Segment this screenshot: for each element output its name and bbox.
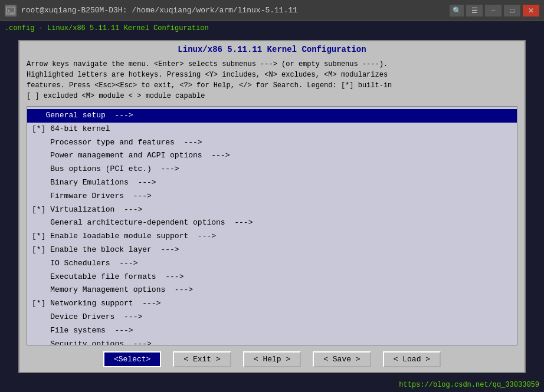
- menu-item-8[interactable]: General architecture-dependent options -…: [27, 216, 517, 230]
- action-btn-1[interactable]: < Exit >: [173, 351, 231, 367]
- minimize-button[interactable]: –: [485, 5, 502, 17]
- menu-item-12[interactable]: Executable file formats --->: [27, 271, 517, 284]
- close-button[interactable]: ✕: [523, 5, 539, 17]
- menu-item-5[interactable]: Binary Emulations --->: [27, 176, 517, 190]
- menu-item-0[interactable]: General setup --->: [27, 109, 517, 123]
- action-btn-4[interactable]: < Load >: [383, 351, 441, 367]
- statusbar: https://blog.csdn.net/qq_33033059: [0, 378, 544, 392]
- titlebar-left: root@xuqiang-B250M-D3H: /home/xuqiang/wo…: [5, 5, 297, 17]
- terminal-icon: [5, 5, 17, 17]
- titlebar-controls: 🔍 ☰ – □ ✕: [450, 5, 539, 17]
- menu-item-15[interactable]: Device Drivers --->: [27, 311, 517, 324]
- maximize-button[interactable]: □: [504, 5, 520, 17]
- menu-item-4[interactable]: Bus options (PCI etc.) --->: [27, 163, 517, 176]
- menu-item-6[interactable]: Firmware Drivers --->: [27, 190, 517, 203]
- menu-item-9[interactable]: [*] Enable loadable module support --->: [27, 230, 517, 243]
- main-container: Linux/x86 5.11.11 Kernel Configuration A…: [0, 35, 544, 378]
- menu-item-13[interactable]: Memory Management options --->: [27, 284, 517, 297]
- menu-item-14[interactable]: [*] Networking support --->: [27, 297, 517, 311]
- config-window: Linux/x86 5.11.11 Kernel Configuration A…: [18, 40, 526, 373]
- statusbar-url: https://blog.csdn.net/qq_33033059: [399, 381, 539, 389]
- menu-item-2[interactable]: Processor type and features --->: [27, 136, 517, 150]
- action-btn-3[interactable]: < Save >: [313, 351, 371, 367]
- menu-item-3[interactable]: Power management and ACPI options --->: [27, 149, 517, 163]
- subtitlebar: .config - Linux/x86 5.11.11 Kernel Confi…: [0, 21, 544, 35]
- config-help: Arrow keys navigate the menu. <Enter> se…: [19, 57, 525, 106]
- subtitle-text: .config - Linux/x86 5.11.11 Kernel Confi…: [5, 24, 209, 32]
- menu-area[interactable]: General setup --->[*] 64-bit kernel Proc…: [27, 106, 517, 345]
- menu-item-1[interactable]: [*] 64-bit kernel: [27, 123, 517, 136]
- menu-item-7[interactable]: [*] Virtualization --->: [27, 203, 517, 217]
- menu-item-16[interactable]: File systems --->: [27, 324, 517, 338]
- help-line-1: Arrow keys navigate the menu. <Enter> se…: [27, 59, 517, 70]
- search-button[interactable]: 🔍: [450, 5, 464, 17]
- menu-item-10[interactable]: [*] Enable the block layer --->: [27, 243, 517, 257]
- help-line-4: [ ] excluded <M> module < > module capab…: [27, 91, 517, 101]
- action-btn-2[interactable]: < Help >: [243, 351, 301, 367]
- config-title: Linux/x86 5.11.11 Kernel Configuration: [19, 41, 525, 57]
- titlebar-title: root@xuqiang-B250M-D3H: /home/xuqiang/wo…: [21, 6, 297, 15]
- titlebar: root@xuqiang-B250M-D3H: /home/xuqiang/wo…: [0, 0, 544, 21]
- action-btn-0[interactable]: <Select>: [103, 351, 161, 367]
- help-line-2: Highlighted letters are hotkeys. Pressin…: [27, 70, 517, 80]
- button-bar: <Select>< Exit >< Help >< Save >< Load >: [19, 345, 525, 372]
- menu-button[interactable]: ☰: [466, 5, 483, 17]
- help-line-3: features. Press <Esc><Esc> to exit, <?> …: [27, 80, 517, 91]
- menu-item-17[interactable]: Security options --->: [27, 338, 517, 345]
- menu-item-11[interactable]: IO Schedulers --->: [27, 257, 517, 271]
